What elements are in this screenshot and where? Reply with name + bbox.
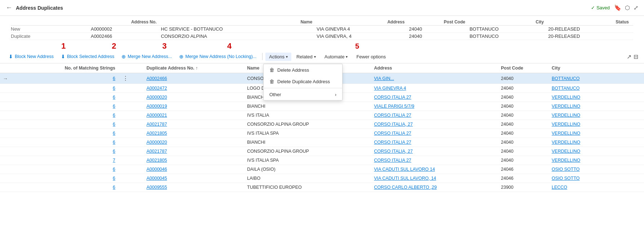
row-dup-addr-no[interactable]: A0000021 [144, 111, 244, 120]
row-dup-addr-no[interactable]: A0021787 [144, 120, 244, 129]
row-arrow [0, 102, 19, 111]
row-label-new: New [11, 26, 91, 33]
collapse-button[interactable]: ⤢ [634, 4, 638, 11]
row-city[interactable]: VERDELLINO [549, 120, 644, 129]
table-row[interactable]: 6A0000020BIANCHICORSO ITALIA 2724040VERD… [0, 138, 644, 147]
row-dot-menu-button[interactable]: ⋮ [121, 75, 130, 82]
row-address[interactable]: CORSO ITALIA, 27 [371, 147, 498, 156]
actions-dropdown-button[interactable]: Actions ▾ [265, 53, 291, 61]
related-dropdown-button[interactable]: Related ▾ [293, 53, 319, 61]
table-row[interactable]: 6A0021787CONSORZIO ALPINA GROUPCORSO ITA… [0, 147, 644, 156]
row-match-count[interactable]: 6 [19, 84, 118, 93]
row-match-count[interactable]: 6 [19, 73, 118, 84]
row-dup-addr-no[interactable]: A0000045 [144, 174, 244, 183]
row-city[interactable]: VERDELLINO [549, 102, 644, 111]
row-label-dup: Duplicate [11, 33, 91, 40]
col-name: Name [161, 19, 317, 26]
row-city[interactable]: VERDELLINO [549, 156, 644, 165]
row-match-count[interactable]: 6 [19, 129, 118, 138]
table-row[interactable]: 7A0021805IVS ITALIA SPACORSO ITALIA 2724… [0, 156, 644, 165]
delete-duplicate-address-item[interactable]: 🗑 Delete Duplicate Address [264, 76, 342, 87]
row-address[interactable]: CORSO CARLO ALBERTO ,29 [371, 183, 498, 192]
row-address[interactable]: CORSO ITALIA 27 [371, 129, 498, 138]
row-dup-addr-no[interactable]: A0000020 [144, 138, 244, 147]
row-dup-addr-no[interactable]: A0021805 [144, 156, 244, 165]
row-post-code: 24040 [498, 102, 549, 111]
table-row[interactable]: 6A0009555TUBETTIFICIO EUROPEOCORSO CARLO… [0, 183, 644, 192]
fewer-options-button[interactable]: Fewer options [353, 53, 389, 61]
share-icon-button[interactable]: ↗ [627, 53, 631, 60]
row-name: LAIBO [244, 174, 371, 183]
col-dup-addr-no[interactable]: Duplicate Address No. ↑ [144, 63, 244, 73]
row-address[interactable]: CORSO ITALIA 27 [371, 111, 498, 120]
row-city[interactable]: VERDELLINO [549, 147, 644, 156]
row-dup-addr-no[interactable]: A0021787 [144, 147, 244, 156]
table-row[interactable]: 6A0000045LAIBOVIA CADUTI SUL LAVORO, 142… [0, 174, 644, 183]
open-new-button[interactable]: ⬡ [625, 4, 630, 11]
table-row[interactable]: 6A0021787CONSORZIO ALPINA GROUPCORSO ITA… [0, 120, 644, 129]
row-address[interactable]: CORSO ITALIA 27 [371, 156, 498, 165]
row-address[interactable]: VIA CADUTI SUL LAVORO, 14 [371, 174, 498, 183]
block-selected-address-button[interactable]: ⬇ Block Selected Address [58, 52, 117, 61]
trash-icon-1: 🗑 [269, 67, 274, 73]
row-city[interactable]: VERDELLINO [549, 129, 644, 138]
row-match-count[interactable]: 6 [19, 138, 118, 147]
row-address[interactable]: CORSO ITALIA, 27 [371, 120, 498, 129]
row-dup-addr-no[interactable]: A0002472 [144, 84, 244, 93]
row-post-code: 24040 [498, 147, 549, 156]
merge-no-lock-button[interactable]: ⊕ Merge New Address (No Locking)... [176, 52, 259, 61]
automate-dropdown-button[interactable]: Automate ▾ [321, 53, 352, 61]
row-city[interactable]: VERDELLINO [549, 93, 644, 102]
col-address: Address [317, 19, 409, 26]
bookmark-button[interactable]: 🔖 [614, 4, 621, 11]
row-match-count[interactable]: 6 [19, 174, 118, 183]
block-new-address-button[interactable]: ⬇ Block New Address [6, 52, 57, 61]
row-dup-addr-no[interactable]: A0021805 [144, 129, 244, 138]
row-match-count[interactable]: 6 [19, 165, 118, 174]
row-address[interactable]: CORSO ITALIA 27 [371, 138, 498, 147]
row-address[interactable]: CORSO ITALIA 27 [371, 93, 498, 102]
row-city[interactable]: BOTTANUCO [549, 73, 644, 84]
back-button[interactable]: ← [6, 4, 12, 12]
other-submenu-item[interactable]: Other › [264, 89, 342, 100]
col-dot-menu [118, 63, 144, 73]
row-address[interactable]: VIA CADUTI SUL LAVORO 14 [371, 165, 498, 174]
back-icon: ← [6, 4, 12, 11]
filter-icon-button[interactable]: ⊟ [634, 53, 638, 60]
row-address[interactable]: VIALE PARIGI 5/7/9 [371, 102, 498, 111]
row-dup-addr-no[interactable]: A0000046 [144, 165, 244, 174]
row-city[interactable]: BOTTANUCO [549, 84, 644, 93]
row-city[interactable]: OSIO SOTTO [549, 174, 644, 183]
row-match-count[interactable]: 6 [19, 93, 118, 102]
check-icon: ✓ [591, 5, 595, 10]
table-row[interactable]: 6A0000019BIANCHIVIALE PARIGI 5/7/924040V… [0, 102, 644, 111]
row-city[interactable]: LECCO [549, 183, 644, 192]
row-arrow [0, 120, 19, 129]
delete-address-item[interactable]: 🗑 Delete Address [264, 64, 342, 76]
row-match-count[interactable]: 6 [19, 102, 118, 111]
row-dot-menu-cell [118, 93, 144, 102]
row-match-count[interactable]: 6 [19, 183, 118, 192]
merge-new-address-button[interactable]: ⊕ Merge New Address... [119, 52, 175, 61]
row-dot-menu-cell [118, 165, 144, 174]
row-match-count[interactable]: 6 [19, 147, 118, 156]
row-dup-addr-no[interactable]: A0009555 [144, 183, 244, 192]
table-row[interactable]: 6A0021805IVS ITALIA SPACORSO ITALIA 2724… [0, 129, 644, 138]
row-match-count[interactable]: 6 [19, 111, 118, 120]
row-address[interactable]: VIA GINEVRA 4 [371, 84, 498, 93]
row-city[interactable]: VERDELLINO [549, 111, 644, 120]
table-row[interactable]: 6A0000046DAILA (OSIO)VIA CADUTI SUL LAVO… [0, 165, 644, 174]
row-match-count[interactable]: 6 [19, 120, 118, 129]
row-dup-addr-no[interactable]: A0000020 [144, 93, 244, 102]
step-2: 2 [112, 41, 116, 51]
row-city[interactable]: OSIO SOTTO [549, 165, 644, 174]
table-row[interactable]: 6A0000021IVS ITALIACORSO ITALIA 2724040V… [0, 111, 644, 120]
new-post-code: 24040 [409, 26, 469, 33]
row-dup-addr-no[interactable]: A0002466 [144, 73, 244, 84]
row-post-code: 24040 [498, 138, 549, 147]
col-city: City [549, 63, 644, 73]
row-match-count[interactable]: 7 [19, 156, 118, 165]
row-address[interactable]: VIA GIN... [371, 73, 498, 84]
row-city[interactable]: VERDELLINO [549, 138, 644, 147]
row-dup-addr-no[interactable]: A0000019 [144, 102, 244, 111]
